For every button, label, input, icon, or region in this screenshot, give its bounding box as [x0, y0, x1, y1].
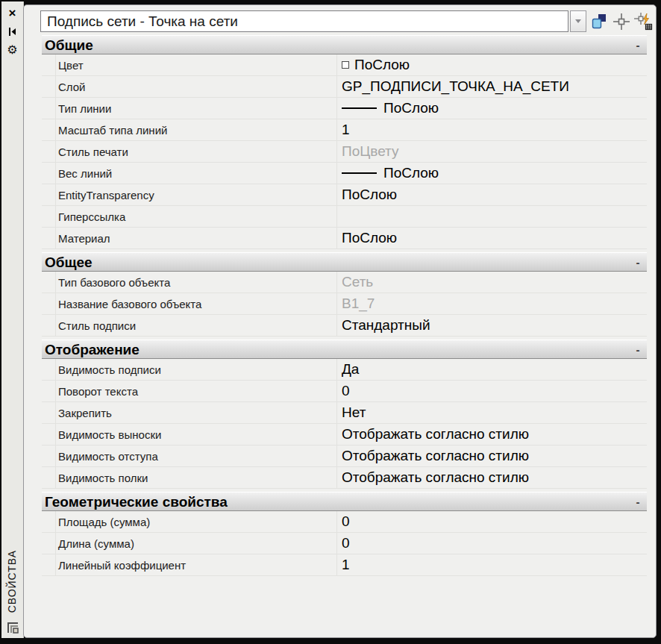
row-value[interactable]: ПоСлою: [337, 163, 647, 184]
palette-titlebar[interactable]: × ⚙ СВОЙСТВА: [1, 1, 24, 638]
toggle-pickadd-button[interactable]: [590, 12, 609, 31]
quick-select-icon: [634, 12, 653, 31]
property-row: Материал ПоСлою: [42, 228, 647, 249]
row-label: Тип базового объекта: [56, 272, 337, 293]
value-text: Стандартный: [342, 317, 430, 334]
row-gutter: [42, 184, 56, 205]
row-value[interactable]: [337, 206, 647, 227]
row-gutter: [42, 511, 56, 532]
row-value[interactable]: ПоСлою: [337, 98, 647, 119]
section-rows: Площадь (сумма) 0 Длина (сумма) 0 Линейн…: [42, 511, 647, 576]
value-text: Отображать согласно стилю: [342, 469, 529, 486]
property-row: Цвет ПоСлою: [42, 54, 647, 76]
property-row: Поворот текста 0: [42, 381, 647, 402]
row-value[interactable]: Нет: [337, 402, 647, 423]
row-label: Материал: [56, 228, 337, 248]
row-value[interactable]: 0: [337, 511, 647, 532]
row-gutter: [42, 381, 56, 401]
row-value[interactable]: Отображать согласно стилю: [337, 446, 647, 466]
row-value[interactable]: 0: [337, 381, 647, 401]
value-text: ПоСлою: [342, 230, 397, 246]
property-section: Общее - Тип базового объекта Сеть Назван…: [42, 252, 647, 337]
auto-hide-icon: [7, 26, 18, 37]
property-row: Стиль подписи Стандартный: [42, 315, 647, 337]
sections: Общие - Цвет ПоСлою Слой GP_ПОДПИСИ_ТОЧК…: [42, 35, 647, 576]
row-value[interactable]: GP_ПОДПИСИ_ТОЧКА_НА_СЕТИ: [337, 76, 647, 97]
row-label: Цвет: [56, 54, 337, 75]
quick-select-button[interactable]: [634, 12, 653, 31]
close-button[interactable]: ×: [6, 6, 19, 19]
row-value[interactable]: Отображать согласно стилю: [337, 467, 647, 488]
value-text: ПоСлою: [354, 57, 410, 73]
collapse-button[interactable]: -: [633, 40, 642, 51]
property-row: Видимость отступа Отображать согласно ст…: [42, 446, 647, 467]
section-header[interactable]: Общие -: [42, 35, 647, 54]
object-type-combobox[interactable]: Подпись сети - Точка на сети: [40, 10, 568, 32]
property-row: Закрепить Нет: [42, 402, 647, 424]
row-value[interactable]: ПоСлою: [337, 228, 647, 248]
row-gutter: [42, 163, 56, 184]
section-title: Общие: [45, 38, 93, 52]
row-label: Закрепить: [56, 402, 337, 423]
color-swatch: [342, 61, 349, 69]
property-row: Видимость выноски Отображать согласно ст…: [42, 424, 647, 446]
properties-panel: Подпись сети - Точка на сети: [23, 4, 657, 638]
autocad-properties-palette: { "palette": { "title": "СВОЙСТВА" }, "t…: [0, 0, 661, 644]
section-header[interactable]: Отображение -: [42, 340, 647, 359]
value-text: 0: [342, 513, 350, 530]
property-row: Масштаб типа линий 1: [42, 119, 647, 141]
section-header[interactable]: Геометрические свойства -: [42, 492, 647, 511]
row-gutter: [42, 54, 56, 75]
row-gutter: [42, 293, 56, 314]
row-gutter: [42, 446, 56, 466]
collapse-button[interactable]: -: [633, 257, 642, 268]
row-label: Площадь (сумма): [56, 511, 337, 532]
row-label: Видимость полки: [56, 467, 337, 488]
object-type-dropdown-button[interactable]: [570, 10, 586, 32]
row-gutter: [42, 424, 56, 445]
property-row: Видимость подписи Да: [42, 359, 647, 381]
row-value[interactable]: 1: [337, 119, 647, 140]
row-value[interactable]: B1_7: [337, 293, 647, 314]
row-label: Видимость выноски: [56, 424, 337, 445]
row-value[interactable]: 0: [337, 533, 647, 554]
row-label: Длина (сумма): [56, 533, 337, 554]
property-row: Тип линии ПоСлою: [42, 98, 647, 119]
select-objects-button[interactable]: [612, 12, 630, 31]
property-section: Общие - Цвет ПоСлою Слой GP_ПОДПИСИ_ТОЧК…: [42, 35, 647, 249]
linetype-sample-icon: [342, 172, 377, 174]
property-row: Тип базового объекта Сеть: [42, 272, 647, 293]
row-gutter: [42, 554, 56, 575]
property-row: Стиль печати ПоЦвету: [42, 141, 647, 163]
property-row: Длина (сумма) 0: [42, 533, 647, 554]
linetype-sample-icon: [342, 107, 377, 109]
row-label: Слой: [56, 76, 337, 97]
section-title: Геометрические свойства: [45, 495, 228, 509]
collapse-button[interactable]: -: [633, 344, 642, 355]
property-row: Площадь (сумма) 0: [42, 511, 647, 533]
property-row: EntityTransparency ПоСлою: [42, 184, 647, 206]
row-gutter: [42, 315, 56, 336]
section-header[interactable]: Общее -: [42, 252, 647, 272]
row-value[interactable]: Сеть: [337, 272, 647, 293]
row-value[interactable]: ПоСлою: [337, 184, 647, 205]
row-label: Видимость подписи: [56, 359, 337, 380]
row-value[interactable]: 1: [337, 554, 647, 575]
row-gutter: [42, 272, 56, 293]
properties-settings-button[interactable]: ⚙: [6, 43, 19, 57]
value-text: Да: [342, 361, 359, 378]
toggle-pickadd-icon: [590, 13, 608, 31]
row-label: Стиль печати: [56, 141, 337, 162]
property-row: Гиперссылка: [42, 206, 647, 228]
value-text: 1: [342, 122, 350, 138]
row-value[interactable]: Отображать согласно стилю: [337, 424, 647, 445]
value-text: ПоСлою: [342, 187, 397, 203]
auto-hide-button[interactable]: [6, 25, 19, 38]
row-value[interactable]: Да: [337, 359, 647, 380]
row-value[interactable]: ПоЦвету: [337, 141, 647, 162]
collapse-button[interactable]: -: [633, 496, 642, 507]
row-value[interactable]: Стандартный: [337, 315, 647, 336]
row-value[interactable]: ПоСлою: [337, 54, 647, 75]
section-rows: Тип базового объекта Сеть Название базов…: [42, 272, 647, 337]
value-text: ПоСлою: [383, 100, 439, 116]
